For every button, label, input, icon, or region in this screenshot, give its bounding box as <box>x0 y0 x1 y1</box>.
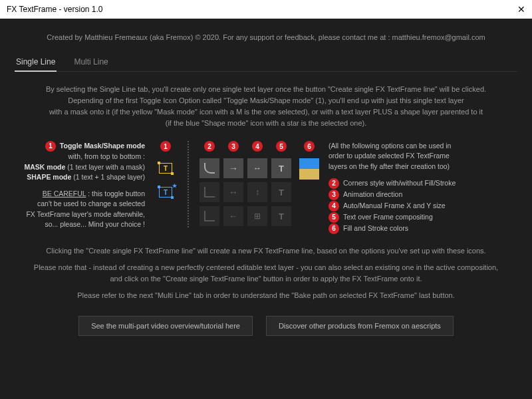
other-products-button[interactable]: Discover other products from Fremox on a… <box>266 316 454 336</box>
footer-buttons: See the multi-part video overview/tutori… <box>15 316 517 336</box>
intro-text: By selecting the Single Line tab, you'll… <box>15 84 517 129</box>
arrow-left-icon: ← <box>229 211 238 221</box>
titlebar: FX TextFrame - version 1.0 ✕ <box>0 0 532 19</box>
dialog-body: Created by Matthieu Fremeaux (aka Fremox… <box>0 19 532 399</box>
anim-dir-right[interactable]: → <box>223 158 243 178</box>
video-tutorial-button[interactable]: See the multi-part video overview/tutori… <box>78 316 253 336</box>
arrow-both-icon: ↔ <box>229 187 238 198</box>
arrow-right-icon: → <box>229 163 238 174</box>
corner-style-3[interactable] <box>200 206 219 226</box>
credit-line: Created by Matthieu Fremeaux (aka Fremox… <box>15 33 517 41</box>
left-description: 1 Toggle Mask/Shape mode with, from top … <box>15 141 145 235</box>
options-grid: 2 3 4 5 → ↔ T ↔ ↕ T <box>200 141 291 235</box>
tab-single-line[interactable]: Single Line <box>15 55 57 72</box>
shape-mode-button[interactable]: T★ <box>154 182 177 202</box>
text-over-1[interactable]: T <box>271 158 291 178</box>
fill-color-swatch[interactable] <box>299 158 319 169</box>
frame-auto-y[interactable]: ↕ <box>247 182 267 202</box>
frame-auto-x[interactable]: ↔ <box>247 158 267 178</box>
corner-style-1[interactable] <box>200 158 219 178</box>
window-title: FX TextFrame - version 1.0 <box>7 5 103 14</box>
footer-notes: Clicking the "Create single FX TextFrame… <box>15 245 517 301</box>
icon-panel: 1 T T★ 2 3 4 5 <box>154 141 319 235</box>
tab-multi-line[interactable]: Multi Line <box>72 55 109 71</box>
anim-dir-left[interactable]: ← <box>223 206 243 226</box>
options-panel: 1 Toggle Mask/Shape mode with, from top … <box>15 141 517 235</box>
text-over-2[interactable]: T <box>271 182 291 202</box>
corner-style-2[interactable] <box>200 182 219 202</box>
color-column: 6 <box>299 141 319 235</box>
frame-manual[interactable]: ⊞ <box>247 206 267 226</box>
header-badge-1: 1 <box>160 141 171 152</box>
text-over-3[interactable]: T <box>271 206 291 226</box>
right-description: (All the following options can be used i… <box>329 141 489 235</box>
tab-bar: Single Line Multi Line <box>15 55 517 72</box>
close-icon[interactable]: ✕ <box>517 4 525 15</box>
separator-icon <box>188 141 189 227</box>
mask-mode-button[interactable]: T <box>154 158 177 178</box>
toggle-mode-column: 1 T T★ <box>154 141 177 235</box>
badge-1: 1 <box>45 141 56 152</box>
stroke-color-swatch[interactable] <box>299 169 319 180</box>
anim-dir-both[interactable]: ↔ <box>223 182 243 202</box>
